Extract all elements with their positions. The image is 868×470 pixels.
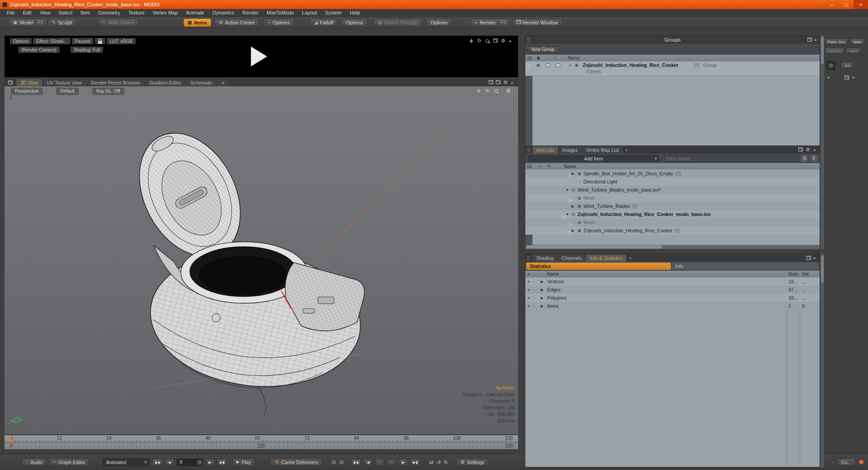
new-pass-button[interactable]: New [846,47,861,54]
key-next-button[interactable]: ▶▮ [410,459,420,466]
perspective-button[interactable]: Perspective [11,88,42,94]
audio-button[interactable]: ♪ Audio [22,458,47,466]
pan-icon[interactable] [469,39,473,43]
menu-item[interactable]: Texture [124,9,149,16]
refresh-button[interactable]: ⟳ [826,61,835,70]
eye-icon[interactable] [567,223,572,226]
raygl-button[interactable]: Ray GL: Off [92,88,124,94]
pane-split-icon[interactable] [489,81,492,84]
expand-toggle[interactable]: ▶ [541,296,543,300]
item-label[interactable]: Wind_Turbine_Blades_modo_base.lxo* [578,187,661,193]
panel-tab[interactable]: Channels [558,254,585,262]
item-label[interactable]: Mesh [584,220,595,225]
maximize-button[interactable]: □ [839,0,854,9]
new-group-button[interactable]: New Group [528,46,559,53]
timeline[interactable]: 01224364860728496108120 0 120 120 [5,435,518,449]
pane-expand-icon[interactable] [798,148,802,151]
passes-button[interactable]: Passes [825,47,844,54]
gear-icon[interactable]: ⚙ [506,88,511,94]
item-row[interactable]: ▼ ▤ Zojirushi_Induction_Heating_Rice_Coo… [525,210,820,218]
item-list-hscrollbar[interactable] [525,245,820,249]
menu-item[interactable]: View [36,9,55,16]
panel-tab[interactable]: Shading [533,254,557,262]
next-frame-button[interactable]: ▶ [206,459,215,466]
expand-toggle[interactable]: ▶ [541,288,543,292]
pass-group-button[interactable]: Pass Gro [825,38,848,45]
expand-toggle[interactable]: ▶ [571,204,577,208]
eye-icon[interactable] [567,231,572,235]
record-button[interactable]: ● [387,459,396,466]
remove-icon[interactable]: - [532,304,537,309]
item-label[interactable]: Spindle_Box_Holder_for_25_Discs_Empty [584,171,673,176]
action-center-button[interactable]: ⊕ Action Center [215,19,259,27]
pane-expand-icon[interactable] [807,38,811,42]
panel-grip[interactable] [527,38,530,42]
stat-row[interactable]: + - ▶ Polygons 18... ... [525,294,820,302]
eye-icon[interactable] [561,215,566,218]
minimize-button[interactable]: – [825,0,839,9]
camera-default-button[interactable]: Default [56,88,79,94]
stats-list[interactable]: + - ▶ Vertices 19... ... + - ▶ Edges 37.… [525,277,820,467]
panel-tab[interactable]: Vertex Map List [582,146,622,154]
gear-icon[interactable]: ⚙ [501,38,505,43]
item-row[interactable]: ☼ Directional Light [525,178,820,186]
collapse-all-icon[interactable]: - [532,272,537,277]
swap-icon[interactable]: ⇄ [429,460,434,465]
preview-lut-button[interactable]: LUT: sRGB [107,38,136,44]
arrow-icon[interactable]: ▸ [511,80,514,85]
expand-toggle[interactable]: ▼ [566,188,571,192]
timeline-range-bar[interactable]: 0 120 120 [5,442,518,449]
statistics-subtab[interactable]: Statistics [526,263,671,270]
select-through-button[interactable]: ▦ Select Through [373,19,422,27]
zoom-icon[interactable] [494,89,498,93]
info-subtab[interactable]: Info [672,263,819,270]
viewport-tab[interactable]: + [217,79,228,86]
groups-vscrollbar[interactable] [820,35,824,174]
auto-key-button[interactable]: ✓ [375,459,384,466]
expand-toggle[interactable]: ▶ [571,172,577,176]
stat-row[interactable]: + - ▶ Items 1 0 [525,302,820,310]
expand-toggle[interactable]: ▼ [566,212,571,216]
arrow-icon[interactable]: ▸ [509,39,512,43]
item-row[interactable]: ▼ ▤ Wind_Turbine_Blades_modo_base.lxo* [525,186,820,194]
preview-play-icon[interactable] [251,47,267,66]
checkbox[interactable] [546,63,550,67]
item-label[interactable]: Directional Light [583,179,617,184]
prev-frame-button[interactable]: ◀ [165,459,174,466]
step-back-button[interactable]: ◀ [363,459,373,466]
remove-icon[interactable]: - [532,287,537,292]
menu-item[interactable]: Vertex Map [149,9,182,16]
viewport-tab[interactable]: 3D View [16,79,42,86]
item-label[interactable]: Mesh [584,195,595,201]
menu-item[interactable]: Animate [182,9,208,16]
item-label[interactable]: Wind_Turbine_Blades [584,203,630,209]
menu-item[interactable]: Edit [19,9,36,16]
render-window-button[interactable]: Render Window [513,19,562,27]
model-mode-button[interactable]: ▣ ModelF2 [9,19,47,27]
panel-tab[interactable]: + [623,146,630,154]
new-pass-group-button[interactable]: New [850,38,865,45]
scope-s-button[interactable]: S [801,155,808,162]
animation-mode-dropdown[interactable]: Animated ▾ [103,458,150,466]
preview-options-button[interactable]: Options [10,38,32,44]
item-row[interactable]: → ▦ Mesh [525,194,820,202]
preview-effect-button[interactable]: Effect: (Shadi... [33,38,70,44]
menu-item[interactable]: MaxToModo [263,9,298,16]
render-button[interactable]: ● RenderF9 [471,19,510,27]
eye-icon[interactable] [567,174,572,178]
settings-button[interactable]: ⚙ Settings [456,458,488,466]
key-prev-button[interactable]: ▮◀ [351,459,361,466]
add-icon[interactable]: + [526,304,532,309]
menu-item[interactable]: Layout [298,9,321,16]
gear-icon[interactable]: ⚙ [806,147,810,152]
panel-tab[interactable]: Item List [533,146,558,154]
sculpt-mode-button[interactable]: ✎ Sculpt [48,19,76,27]
loop-a-icon[interactable]: ⊙ [331,459,336,465]
close-button[interactable]: × [854,0,868,9]
viewport-tab[interactable]: Schematic [186,79,217,86]
eye-icon[interactable] [526,65,531,68]
add-icon[interactable]: + [526,287,532,292]
current-frame-marker[interactable] [10,435,12,442]
add-icon[interactable]: + [526,279,532,284]
preview-lock-button[interactable] [95,38,105,44]
